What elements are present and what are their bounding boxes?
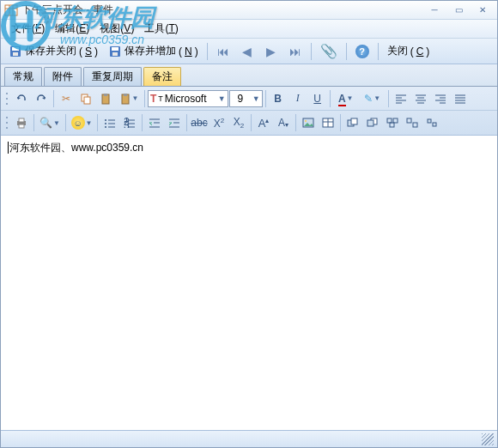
paste-icon (119, 93, 131, 105)
resize-grip[interactable] (482, 433, 494, 445)
paste-special-button[interactable]: ▼ (116, 89, 142, 108)
prev-icon: ◀ (240, 45, 254, 58)
help-icon: ? (355, 45, 369, 58)
svg-point-38 (105, 123, 106, 124)
menu-edit[interactable]: 编辑(E) (50, 20, 94, 38)
outdent-button[interactable] (145, 113, 164, 132)
bullet-list-button[interactable] (100, 113, 119, 132)
svg-rect-64 (393, 118, 398, 123)
svg-point-40 (105, 126, 106, 128)
bold-button[interactable]: B (269, 89, 288, 108)
front-icon (347, 118, 359, 128)
underline-button[interactable]: U (308, 89, 327, 108)
save-add-button[interactable]: 保存并增加(N) (104, 42, 203, 61)
svg-rect-60 (351, 118, 357, 124)
font-size-input[interactable] (230, 93, 251, 105)
titlebar[interactable]: 下午三点开会 - 事件 ─ ▭ ✕ (1, 1, 497, 20)
italic-button[interactable]: I (288, 89, 307, 108)
align-right-icon (434, 94, 446, 104)
cut-button[interactable]: ✂ (57, 89, 76, 108)
bold-icon: B (274, 93, 282, 105)
tab-general[interactable]: 常规 (4, 67, 42, 86)
window-title: 下午三点开会 - 事件 (21, 3, 422, 17)
attachment-button[interactable]: 📎 (316, 42, 342, 61)
paste-button[interactable] (96, 89, 115, 108)
editor-content[interactable]: 河东软件园、www.pc0359.cn (1, 136, 497, 430)
align-justify-button[interactable] (451, 89, 470, 108)
smiley-icon: ☺ (71, 116, 85, 130)
close-window-button[interactable]: ✕ (471, 3, 494, 17)
align-left-button[interactable] (392, 89, 410, 108)
arrange-button[interactable] (422, 113, 441, 132)
separator (378, 43, 379, 60)
printer-icon (15, 117, 27, 129)
bullets-icon (104, 118, 116, 128)
svg-rect-65 (390, 123, 394, 127)
nav-next-button[interactable]: ▶ (260, 42, 282, 61)
next-icon: ▶ (264, 45, 278, 58)
menu-view[interactable]: 视图(V) (94, 20, 139, 38)
align-right-button[interactable] (431, 89, 450, 108)
group-button[interactable] (383, 113, 402, 132)
scissors-icon: ✂ (62, 93, 70, 105)
nav-prev-button[interactable]: ◀ (236, 42, 258, 61)
svg-rect-66 (407, 118, 411, 123)
svg-rect-9 (112, 47, 118, 51)
svg-rect-10 (112, 52, 118, 56)
superscript-icon: X2 (214, 117, 224, 130)
shrink-font-button[interactable]: A▾ (274, 113, 293, 132)
svg-rect-34 (19, 118, 24, 122)
strikethrough-button[interactable]: abc (190, 113, 209, 132)
number-list-button[interactable]: 123 (120, 113, 139, 132)
copy-button[interactable] (76, 89, 95, 108)
numbers-icon: 123 (124, 118, 136, 128)
app-icon (4, 3, 18, 17)
insert-image-button[interactable] (299, 113, 318, 132)
nav-first-button[interactable]: ⏮ (212, 42, 234, 61)
font-name-selector[interactable]: TT ▼ (148, 90, 228, 107)
bring-front-button[interactable] (343, 113, 362, 132)
toolbar-grip[interactable] (4, 91, 9, 106)
maximize-button[interactable]: ▭ (447, 3, 470, 17)
emoji-button[interactable]: ☺▼ (69, 113, 94, 132)
nav-last-button[interactable]: ⏭ (284, 42, 307, 61)
ungroup-button[interactable] (403, 113, 422, 132)
tab-attachments[interactable]: 附件 (44, 67, 82, 86)
image-icon (302, 118, 314, 128)
font-name-input[interactable] (165, 93, 216, 105)
grow-font-button[interactable]: A▴ (254, 113, 273, 132)
separator (346, 43, 347, 60)
save-close-button[interactable]: 保存并关闭(S) (4, 42, 102, 61)
insert-object-button[interactable] (319, 113, 337, 132)
menu-file[interactable]: 文件(F) (6, 20, 50, 38)
subscript-button[interactable]: X2 (229, 113, 248, 132)
tab-notes[interactable]: 备注 (143, 67, 181, 86)
close-button[interactable]: 关闭(C) (383, 42, 434, 61)
tab-recurrence[interactable]: 重复周期 (83, 67, 142, 86)
send-back-button[interactable] (363, 113, 382, 132)
italic-icon: I (296, 92, 300, 105)
toolbar-grip[interactable] (4, 115, 9, 130)
menu-tools[interactable]: 工具(T) (139, 20, 183, 38)
svg-rect-69 (433, 123, 436, 126)
help-button[interactable]: ? (351, 42, 374, 61)
superscript-button[interactable]: X2 (210, 113, 228, 132)
minimize-button[interactable]: ─ (423, 3, 446, 17)
font-color-button[interactable]: A▼ (333, 89, 359, 108)
highlight-button[interactable]: ✎▼ (360, 89, 386, 108)
dropdown-arrow-icon: ▼ (86, 119, 93, 127)
redo-button[interactable] (32, 89, 51, 108)
print-button[interactable] (12, 113, 31, 132)
dropdown-arrow-icon[interactable]: ▼ (251, 94, 262, 103)
outdent-icon (149, 118, 161, 128)
find-button[interactable]: 🔍▼ (37, 113, 63, 132)
font-size-selector[interactable]: ▼ (229, 90, 263, 107)
undo-button[interactable] (12, 89, 31, 108)
align-center-button[interactable] (411, 89, 430, 108)
editor-toolbar-area: ✂ ▼ TT ▼ ▼ B I U A▼ ✎▼ (1, 87, 497, 136)
save-icon (108, 45, 122, 58)
separator (207, 43, 208, 60)
statusbar (1, 430, 497, 447)
indent-button[interactable] (165, 113, 184, 132)
dropdown-arrow-icon[interactable]: ▼ (218, 94, 226, 103)
